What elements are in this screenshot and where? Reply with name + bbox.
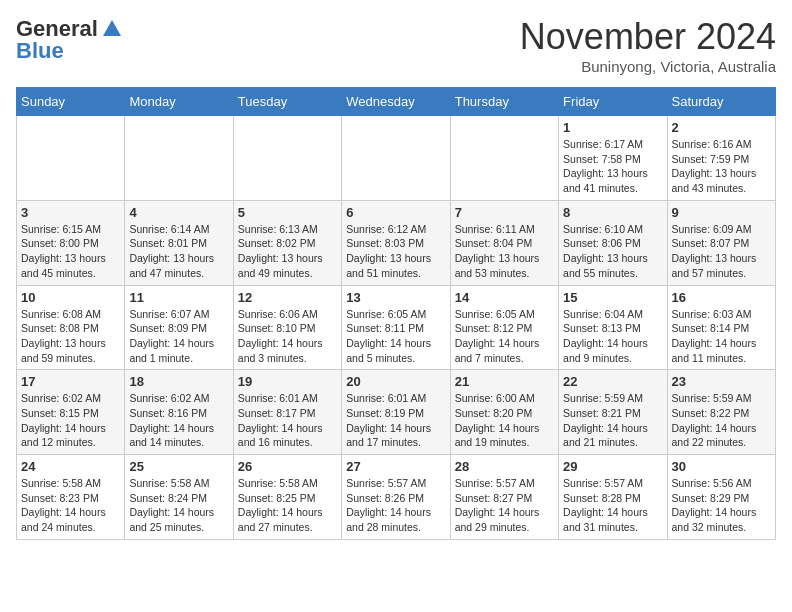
day-info: Sunrise: 6:14 AM Sunset: 8:01 PM Dayligh… [129, 222, 228, 281]
month-title: November 2024 [520, 16, 776, 58]
weekday-header-monday: Monday [125, 88, 233, 116]
day-info: Sunrise: 5:58 AM Sunset: 8:25 PM Dayligh… [238, 476, 337, 535]
day-number: 8 [563, 205, 662, 220]
calendar-week-5: 24Sunrise: 5:58 AM Sunset: 8:23 PM Dayli… [17, 455, 776, 540]
weekday-header-sunday: Sunday [17, 88, 125, 116]
calendar-cell: 11Sunrise: 6:07 AM Sunset: 8:09 PM Dayli… [125, 285, 233, 370]
day-info: Sunrise: 6:03 AM Sunset: 8:14 PM Dayligh… [672, 307, 771, 366]
day-info: Sunrise: 6:15 AM Sunset: 8:00 PM Dayligh… [21, 222, 120, 281]
day-number: 16 [672, 290, 771, 305]
calendar-week-1: 1Sunrise: 6:17 AM Sunset: 7:58 PM Daylig… [17, 116, 776, 201]
calendar-cell: 17Sunrise: 6:02 AM Sunset: 8:15 PM Dayli… [17, 370, 125, 455]
day-info: Sunrise: 6:13 AM Sunset: 8:02 PM Dayligh… [238, 222, 337, 281]
calendar-cell: 13Sunrise: 6:05 AM Sunset: 8:11 PM Dayli… [342, 285, 450, 370]
calendar-cell: 18Sunrise: 6:02 AM Sunset: 8:16 PM Dayli… [125, 370, 233, 455]
title-section: November 2024 Buninyong, Victoria, Austr… [520, 16, 776, 75]
day-info: Sunrise: 6:11 AM Sunset: 8:04 PM Dayligh… [455, 222, 554, 281]
calendar-cell: 27Sunrise: 5:57 AM Sunset: 8:26 PM Dayli… [342, 455, 450, 540]
day-number: 2 [672, 120, 771, 135]
day-info: Sunrise: 6:17 AM Sunset: 7:58 PM Dayligh… [563, 137, 662, 196]
day-info: Sunrise: 5:58 AM Sunset: 8:23 PM Dayligh… [21, 476, 120, 535]
calendar-cell [125, 116, 233, 201]
day-info: Sunrise: 6:02 AM Sunset: 8:16 PM Dayligh… [129, 391, 228, 450]
weekday-header-friday: Friday [559, 88, 667, 116]
day-number: 29 [563, 459, 662, 474]
day-info: Sunrise: 5:56 AM Sunset: 8:29 PM Dayligh… [672, 476, 771, 535]
calendar-cell: 5Sunrise: 6:13 AM Sunset: 8:02 PM Daylig… [233, 200, 341, 285]
day-number: 28 [455, 459, 554, 474]
day-info: Sunrise: 6:10 AM Sunset: 8:06 PM Dayligh… [563, 222, 662, 281]
calendar-cell: 19Sunrise: 6:01 AM Sunset: 8:17 PM Dayli… [233, 370, 341, 455]
day-info: Sunrise: 5:59 AM Sunset: 8:22 PM Dayligh… [672, 391, 771, 450]
calendar-cell [17, 116, 125, 201]
calendar-cell: 8Sunrise: 6:10 AM Sunset: 8:06 PM Daylig… [559, 200, 667, 285]
day-info: Sunrise: 6:02 AM Sunset: 8:15 PM Dayligh… [21, 391, 120, 450]
calendar-header-row: SundayMondayTuesdayWednesdayThursdayFrid… [17, 88, 776, 116]
day-info: Sunrise: 6:01 AM Sunset: 8:17 PM Dayligh… [238, 391, 337, 450]
calendar-cell: 21Sunrise: 6:00 AM Sunset: 8:20 PM Dayli… [450, 370, 558, 455]
day-info: Sunrise: 6:09 AM Sunset: 8:07 PM Dayligh… [672, 222, 771, 281]
day-info: Sunrise: 6:16 AM Sunset: 7:59 PM Dayligh… [672, 137, 771, 196]
day-info: Sunrise: 6:08 AM Sunset: 8:08 PM Dayligh… [21, 307, 120, 366]
day-number: 11 [129, 290, 228, 305]
day-info: Sunrise: 5:57 AM Sunset: 8:28 PM Dayligh… [563, 476, 662, 535]
calendar-week-4: 17Sunrise: 6:02 AM Sunset: 8:15 PM Dayli… [17, 370, 776, 455]
logo-icon [101, 18, 123, 40]
day-number: 30 [672, 459, 771, 474]
day-number: 24 [21, 459, 120, 474]
day-info: Sunrise: 5:58 AM Sunset: 8:24 PM Dayligh… [129, 476, 228, 535]
logo: General Blue [16, 16, 124, 64]
calendar-cell: 14Sunrise: 6:05 AM Sunset: 8:12 PM Dayli… [450, 285, 558, 370]
calendar-cell [450, 116, 558, 201]
day-info: Sunrise: 6:00 AM Sunset: 8:20 PM Dayligh… [455, 391, 554, 450]
day-number: 7 [455, 205, 554, 220]
day-number: 21 [455, 374, 554, 389]
day-info: Sunrise: 6:05 AM Sunset: 8:12 PM Dayligh… [455, 307, 554, 366]
calendar-cell: 28Sunrise: 5:57 AM Sunset: 8:27 PM Dayli… [450, 455, 558, 540]
day-number: 23 [672, 374, 771, 389]
location-subtitle: Buninyong, Victoria, Australia [520, 58, 776, 75]
calendar-cell: 22Sunrise: 5:59 AM Sunset: 8:21 PM Dayli… [559, 370, 667, 455]
calendar-week-2: 3Sunrise: 6:15 AM Sunset: 8:00 PM Daylig… [17, 200, 776, 285]
day-number: 27 [346, 459, 445, 474]
calendar-cell: 29Sunrise: 5:57 AM Sunset: 8:28 PM Dayli… [559, 455, 667, 540]
weekday-header-tuesday: Tuesday [233, 88, 341, 116]
svg-marker-0 [103, 20, 121, 36]
calendar-cell: 2Sunrise: 6:16 AM Sunset: 7:59 PM Daylig… [667, 116, 775, 201]
day-number: 20 [346, 374, 445, 389]
calendar-cell: 15Sunrise: 6:04 AM Sunset: 8:13 PM Dayli… [559, 285, 667, 370]
day-info: Sunrise: 5:57 AM Sunset: 8:26 PM Dayligh… [346, 476, 445, 535]
calendar-cell: 7Sunrise: 6:11 AM Sunset: 8:04 PM Daylig… [450, 200, 558, 285]
calendar-cell: 4Sunrise: 6:14 AM Sunset: 8:01 PM Daylig… [125, 200, 233, 285]
calendar-cell: 16Sunrise: 6:03 AM Sunset: 8:14 PM Dayli… [667, 285, 775, 370]
calendar-cell: 20Sunrise: 6:01 AM Sunset: 8:19 PM Dayli… [342, 370, 450, 455]
calendar-cell: 25Sunrise: 5:58 AM Sunset: 8:24 PM Dayli… [125, 455, 233, 540]
calendar-week-3: 10Sunrise: 6:08 AM Sunset: 8:08 PM Dayli… [17, 285, 776, 370]
day-info: Sunrise: 6:07 AM Sunset: 8:09 PM Dayligh… [129, 307, 228, 366]
calendar-cell [233, 116, 341, 201]
day-number: 18 [129, 374, 228, 389]
calendar-cell: 10Sunrise: 6:08 AM Sunset: 8:08 PM Dayli… [17, 285, 125, 370]
weekday-header-wednesday: Wednesday [342, 88, 450, 116]
day-number: 17 [21, 374, 120, 389]
calendar-cell: 6Sunrise: 6:12 AM Sunset: 8:03 PM Daylig… [342, 200, 450, 285]
day-info: Sunrise: 6:06 AM Sunset: 8:10 PM Dayligh… [238, 307, 337, 366]
day-info: Sunrise: 6:01 AM Sunset: 8:19 PM Dayligh… [346, 391, 445, 450]
day-number: 22 [563, 374, 662, 389]
day-number: 12 [238, 290, 337, 305]
day-number: 3 [21, 205, 120, 220]
calendar-cell: 3Sunrise: 6:15 AM Sunset: 8:00 PM Daylig… [17, 200, 125, 285]
day-number: 4 [129, 205, 228, 220]
day-number: 10 [21, 290, 120, 305]
page-header: General Blue November 2024 Buninyong, Vi… [16, 16, 776, 75]
logo-blue-text: Blue [16, 38, 64, 64]
weekday-header-saturday: Saturday [667, 88, 775, 116]
day-number: 25 [129, 459, 228, 474]
day-number: 15 [563, 290, 662, 305]
day-number: 14 [455, 290, 554, 305]
calendar-cell: 30Sunrise: 5:56 AM Sunset: 8:29 PM Dayli… [667, 455, 775, 540]
day-info: Sunrise: 6:04 AM Sunset: 8:13 PM Dayligh… [563, 307, 662, 366]
calendar-cell: 24Sunrise: 5:58 AM Sunset: 8:23 PM Dayli… [17, 455, 125, 540]
day-number: 1 [563, 120, 662, 135]
calendar-cell: 1Sunrise: 6:17 AM Sunset: 7:58 PM Daylig… [559, 116, 667, 201]
